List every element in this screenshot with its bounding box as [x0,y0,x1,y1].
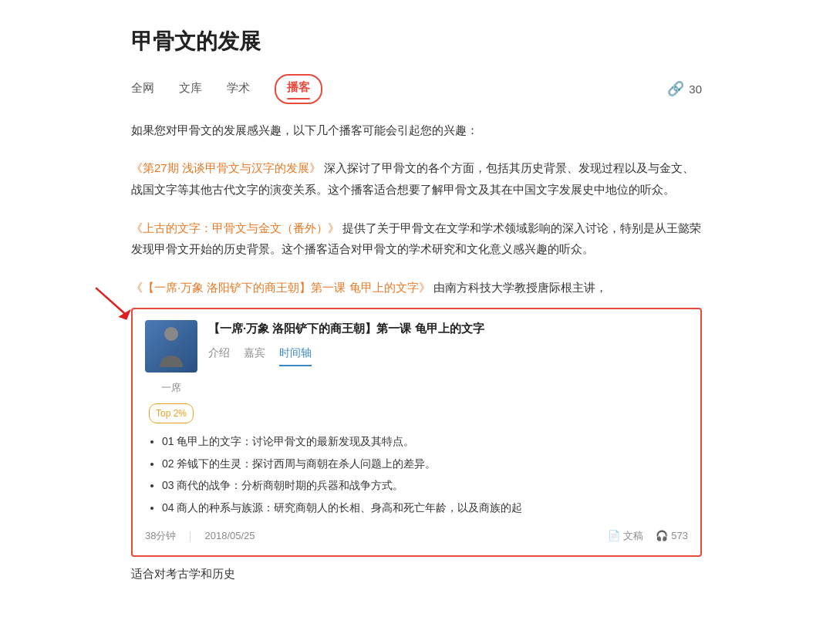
card-thumbnail-img [145,320,197,373]
top-badge: Top 2% [149,403,194,423]
link-icon: 🔗 [667,77,684,101]
listen-item: 🎧 573 [656,527,688,545]
intro-text: 如果您对甲骨文的发展感兴趣，以下几个播客可能会引起您的兴趣： [131,120,702,140]
timeline-item-3: 03 商代的战争：分析商朝时期的兵器和战争方式。 [162,475,688,496]
tab-wenku[interactable]: 文库 [179,78,202,101]
card-thumbnail-wrapper: 一席 Top 2% [145,320,197,423]
timeline-item-4: 04 商人的种系与族源：研究商朝人的长相、身高和死亡年龄，以及商族的起 [162,497,688,518]
card-footer: 38分钟 ｜ 2018/05/25 📄 文稿 🎧 573 [145,527,688,545]
listen-count: 573 [671,527,688,545]
doc-item: 📄 文稿 [608,527,643,545]
card-date: 2018/05/25 [204,527,255,545]
tab-xueshu[interactable]: 学术 [227,78,250,101]
card-header: 一席 Top 2% 【一席·万象 洛阳铲下的商王朝】第一课 龟甲上的文字 介绍 … [145,320,688,423]
doc-icon: 📄 [608,527,620,545]
podcast-block-3: 《【一席·万象 洛阳铲下的商王朝】第一课 龟甲上的文字》 由南方科技大学教授唐际… [131,277,702,584]
podcast-card: 一席 Top 2% 【一席·万象 洛阳铲下的商王朝】第一课 龟甲上的文字 介绍 … [131,308,702,557]
card-footer-right: 📄 文稿 🎧 573 [608,527,688,545]
headphone-icon: 🎧 [656,527,668,545]
card-title-area: 【一席·万象 洛阳铲下的商王朝】第一课 龟甲上的文字 介绍 嘉宾 时间轴 [208,320,688,366]
podcast-link-1[interactable]: 《第27期 浅谈甲骨文与汉字的发展》 [131,161,321,174]
podcast-block-2: 《上古的文字：甲骨文与金文（番外）》 提供了关于甲骨文在文学和学术领域影响的深入… [131,217,702,261]
tab-quanwang[interactable]: 全网 [131,78,154,101]
card-title: 【一席·万象 洛阳铲下的商王朝】第一课 龟甲上的文字 [208,320,688,338]
tab-bar: 全网 文库 学术 播客 🔗 30 [131,74,702,105]
person-silhouette-icon [156,325,187,367]
page-title: 甲骨文的发展 [131,23,702,60]
footer-divider: ｜ [185,527,195,545]
doc-label: 文稿 [623,527,643,545]
timeline-item-1: 01 龟甲上的文字：讨论甲骨文的最新发现及其特点。 [162,431,688,452]
card-thumbnail [145,320,197,373]
podcast-link-2[interactable]: 《上古的文字：甲骨文与金文（番外）》 [131,221,339,234]
tab-boke[interactable]: 播客 [275,74,322,105]
podcast-block-1: 《第27期 浅谈甲骨文与汉字的发展》 深入探讨了甲骨文的各个方面，包括其历史背景… [131,157,702,201]
card-footer-left: 38分钟 ｜ 2018/05/25 [145,527,255,545]
card-tab-timeline[interactable]: 时间轴 [279,343,312,366]
card-tab-guest[interactable]: 嘉宾 [244,343,265,366]
podcast-link-3[interactable]: 《【一席·万象 洛阳铲下的商王朝】第一课 龟甲上的文字》 [131,281,430,294]
link-count-area: 🔗 30 [667,77,702,101]
card-duration: 38分钟 [145,527,176,545]
card-tab-intro[interactable]: 介绍 [208,343,230,366]
card-source-label: 一席 [161,379,181,397]
timeline-list: 01 龟甲上的文字：讨论甲骨文的最新发现及其特点。 02 斧钺下的生灵：探讨西周… [145,431,688,518]
continuation-text: 适合对考古学和历史 [131,567,235,580]
svg-line-0 [96,288,125,313]
link-count-value: 30 [689,79,702,99]
svg-point-2 [164,327,178,341]
timeline-item-2: 02 斧钺下的生灵：探讨西周与商朝在杀人问题上的差异。 [162,453,688,474]
card-tabs: 介绍 嘉宾 时间轴 [208,343,688,366]
podcast-desc-3: 由南方科技大学教授唐际根主讲， [433,281,607,294]
page-container: 甲骨文的发展 全网 文库 学术 播客 🔗 30 如果您对甲骨文的发展感兴趣，以下… [116,0,717,632]
